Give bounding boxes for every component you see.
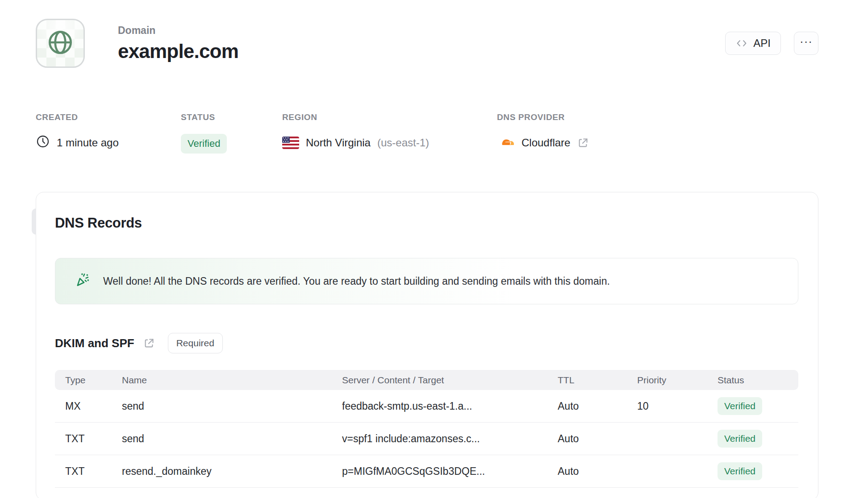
api-button-label: API xyxy=(753,37,771,50)
domain-detail-page: Domain example.com API ··· CREATED xyxy=(0,0,868,498)
col-priority: Priority xyxy=(637,375,718,386)
region-code: (us-east-1) xyxy=(377,137,429,149)
domain-titles: Domain example.com xyxy=(118,25,238,62)
domain-meta: CREATED 1 minute ago STATUS Verified REG… xyxy=(0,112,868,154)
cell-status: Verified xyxy=(718,462,788,480)
row-status-badge: Verified xyxy=(718,430,762,448)
external-link-icon[interactable] xyxy=(577,137,589,149)
meta-created: CREATED 1 minute ago xyxy=(36,112,181,154)
table-row[interactable]: MX send feedback-smtp.us-east-1.a... Aut… xyxy=(55,390,798,423)
cell-ttl: Auto xyxy=(558,400,637,412)
ellipsis-icon: ··· xyxy=(800,35,813,49)
table-row[interactable]: TXT send v=spf1 include:amazonses.c... A… xyxy=(55,423,798,455)
more-options-button[interactable]: ··· xyxy=(794,32,818,55)
dns-records-table: Type Name Server / Content / Target TTL … xyxy=(55,370,798,488)
table-row[interactable]: TXT resend._domainkey p=MIGfMA0GCSqGSIb3… xyxy=(55,455,798,488)
party-popper-icon xyxy=(75,272,91,290)
success-banner-text: Well done! All the DNS records are verif… xyxy=(103,275,610,287)
region-value: North Virginia xyxy=(306,137,371,149)
status-label: STATUS xyxy=(181,112,282,122)
header-actions: API ··· xyxy=(725,32,818,55)
cell-name: resend._domainkey xyxy=(122,465,342,477)
col-status: Status xyxy=(718,375,788,386)
created-value: 1 minute ago xyxy=(57,137,119,149)
cell-type: TXT xyxy=(65,433,122,445)
external-link-icon[interactable] xyxy=(143,337,155,349)
created-label: CREATED xyxy=(36,112,181,122)
table-header-row: Type Name Server / Content / Target TTL … xyxy=(55,370,798,390)
cell-type: MX xyxy=(65,400,122,412)
row-status-badge: Verified xyxy=(718,462,762,480)
meta-dns-provider: DNS PROVIDER Cloudflare xyxy=(497,112,832,154)
col-content: Server / Content / Target xyxy=(342,375,558,386)
cell-content: v=spf1 include:amazonses.c... xyxy=(342,433,558,445)
dns-provider-label: DNS PROVIDER xyxy=(497,112,832,122)
cell-priority: 10 xyxy=(637,400,718,412)
code-icon xyxy=(735,37,748,50)
row-status-badge: Verified xyxy=(718,397,762,415)
domain-avatar xyxy=(36,19,85,68)
page-header: Domain example.com API ··· xyxy=(0,0,868,68)
cell-content: feedback-smtp.us-east-1.a... xyxy=(342,400,558,412)
col-ttl: TTL xyxy=(558,375,637,386)
table-body: MX send feedback-smtp.us-east-1.a... Aut… xyxy=(55,390,798,488)
region-label: REGION xyxy=(282,112,497,122)
dkim-spf-section-header: DKIM and SPF Required xyxy=(55,333,798,353)
us-flag-icon xyxy=(282,137,299,149)
page-title: example.com xyxy=(118,40,238,62)
dns-records-card: DNS Records Well done! All the DNS recor… xyxy=(36,192,818,498)
cell-status: Verified xyxy=(718,397,788,415)
success-banner: Well done! All the DNS records are verif… xyxy=(55,258,798,304)
domain-type-label: Domain xyxy=(118,25,238,37)
cell-name: send xyxy=(122,433,342,445)
status-badge: Verified xyxy=(181,134,227,154)
dkim-spf-title: DKIM and SPF xyxy=(55,336,134,350)
cell-name: send xyxy=(122,400,342,412)
dns-provider-link[interactable]: Cloudflare xyxy=(497,134,832,152)
cloudflare-icon xyxy=(497,136,515,150)
card-side-notch xyxy=(32,208,36,235)
clock-icon xyxy=(36,134,50,151)
meta-region: REGION xyxy=(282,112,497,154)
col-name: Name xyxy=(122,375,342,386)
globe-icon xyxy=(46,28,75,59)
cell-status: Verified xyxy=(718,430,788,448)
cell-content: p=MIGfMA0GCSqGSIb3DQE... xyxy=(342,465,558,477)
required-badge: Required xyxy=(168,333,223,353)
cell-ttl: Auto xyxy=(558,465,637,477)
cell-ttl: Auto xyxy=(558,433,637,445)
dns-records-title: DNS Records xyxy=(55,215,798,231)
col-type: Type xyxy=(65,375,122,386)
dns-provider-value: Cloudflare xyxy=(522,137,570,149)
api-button[interactable]: API xyxy=(725,32,781,55)
meta-status: STATUS Verified xyxy=(181,112,282,154)
cell-type: TXT xyxy=(65,465,122,477)
